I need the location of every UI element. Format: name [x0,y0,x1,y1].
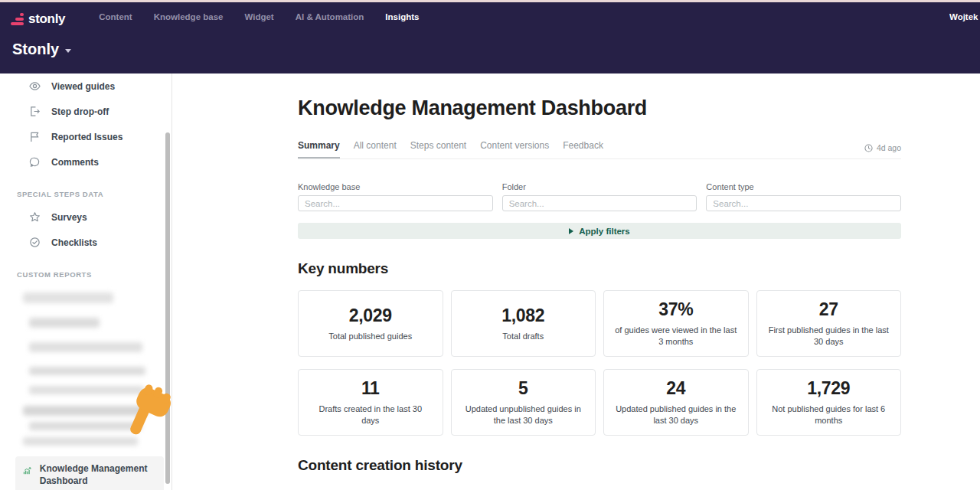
metric-card-first-published: 27 First published guides in the last 30… [756,290,902,357]
tab-summary[interactable]: Summary [298,140,340,158]
workspace-name: Stonly [12,41,59,58]
sidebar-item-checklists[interactable]: Checklists [0,230,172,255]
report-chart-icon [23,465,32,477]
tab-all-content[interactable]: All content [354,140,397,158]
metric-label: Total published guides [328,331,412,342]
metric-value: 2,029 [349,305,392,326]
metric-value: 24 [666,378,685,399]
redacted-report-item[interactable] [29,422,142,430]
sidebar-item-label: Reported Issues [51,132,122,142]
metric-value: 27 [819,299,838,320]
ukraine-flag-icon [67,11,76,17]
sidebar-section-custom-reports: CUSTOM REPORTS [0,255,172,285]
metric-label: of guides were viewed in the last 3 mont… [615,325,737,348]
sidebar-item-label: Comments [51,157,99,168]
metric-label: Total drafts [502,331,544,342]
metric-label: Not published guides for last 6 months [768,403,890,426]
redacted-report-list [0,285,172,446]
redacted-report-item[interactable] [29,318,100,328]
sidebar-item-surveys[interactable]: Surveys [0,204,172,230]
metric-card-drafts-created: 11 Drafts created in the last 30 days [298,369,443,436]
redacted-report-item[interactable] [29,386,144,394]
top-nav: stonly Content Knowledge base Widget AI … [0,2,980,31]
app-header: stonly Content Knowledge base Widget AI … [0,2,980,74]
key-numbers-cards: 2,029 Total published guides 1,082 Total… [298,290,901,436]
brand-name: stonly [28,11,65,27]
sidebar-item-reported-issues[interactable]: Reported Issues [0,124,172,149]
active-report-label: Knowledge Management Dashboard [40,463,156,487]
knowledge-base-search-input[interactable] [298,195,493,211]
sidebar-item-step-drop-off[interactable]: Step drop-off [0,99,172,124]
metric-label: Drafts created in the last 30 days [309,403,432,426]
filter-knowledge-base: Knowledge base [298,182,493,211]
stonly-logo[interactable]: stonly [11,7,76,27]
chevron-down-icon [65,49,71,53]
eye-icon [29,80,41,92]
metric-card-total-published-guides: 2,029 Total published guides [298,290,443,357]
folder-search-input[interactable] [502,195,697,211]
nav-insights[interactable]: Insights [385,12,419,21]
step-exit-icon [29,106,41,117]
filter-content-type: Content type [706,182,901,211]
last-updated: 4d ago [864,143,901,158]
redacted-report-item[interactable] [23,437,138,446]
sidebar-item-label: Surveys [51,212,87,223]
apply-filters-button[interactable]: Apply filters [298,223,901,239]
filter-label: Folder [502,182,697,191]
metric-value: 1,082 [501,305,544,326]
tab-steps-content[interactable]: Steps content [410,140,466,158]
user-menu[interactable]: Wojtek K [949,12,980,21]
sidebar-item-label: Checklists [51,237,97,248]
metric-card-not-published: 1,729 Not published guides for last 6 mo… [756,369,902,436]
sidebar-item-label: Viewed guides [51,81,115,92]
play-triangle-icon [569,228,573,234]
metric-value: 5 [518,378,528,399]
redacted-report-item[interactable] [29,367,145,375]
sidebar-item-label: Step drop-off [51,106,109,117]
sidebar-item-comments[interactable]: Comments [0,149,172,175]
metric-label: First published guides in the last 30 da… [768,325,890,348]
workspace-switcher[interactable]: Stonly [0,31,980,58]
metric-label: Updated published guides in the last 30 … [615,403,737,426]
metric-value: 37% [658,299,693,320]
metric-card-guides-viewed-pct: 37% of guides were viewed in the last 3 … [603,290,749,357]
metric-value: 1,729 [807,378,850,399]
metric-label: Updated unpublished guides in the last 3… [462,403,585,426]
nav-knowledge-base[interactable]: Knowledge base [154,12,224,21]
nav-content[interactable]: Content [99,12,132,21]
content-creation-history-heading: Content creation history [298,457,901,474]
redacted-report-item[interactable] [23,406,147,416]
metric-card-updated-unpublished: 5 Updated unpublished guides in the last… [451,369,596,436]
dashboard-tabs: Summary All content Steps content Conten… [298,140,901,159]
filter-folder: Folder [502,182,697,211]
tab-feedback[interactable]: Feedback [563,140,603,158]
filter-label: Content type [706,182,901,191]
filters-row: Knowledge base Folder Content type [298,182,901,211]
nav-ai-automation[interactable]: AI & Automation [296,12,364,21]
metric-card-total-drafts: 1,082 Total drafts [451,290,596,357]
star-icon [29,211,41,223]
metric-value: 11 [361,378,380,399]
clock-icon [864,144,873,152]
redacted-report-item[interactable] [29,342,142,352]
sidebar-section-special-steps: SPECIAL STEPS DATA [0,175,172,204]
sidebar-item-viewed-guides[interactable]: Viewed guides [0,74,172,99]
comment-icon [29,156,41,168]
redacted-report-item[interactable] [23,292,113,303]
last-updated-text: 4d ago [877,143,901,152]
content-type-search-input[interactable] [706,195,901,211]
sidebar-item-knowledge-management-dashboard[interactable]: Knowledge Management Dashboard [15,456,164,490]
stonly-logo-icon [11,13,24,25]
metric-card-updated-published: 24 Updated published guides in the last … [603,369,749,436]
flag-icon [29,131,41,142]
tab-content-versions[interactable]: Content versions [480,140,549,158]
apply-filters-label: Apply filters [579,227,629,236]
insights-sidebar: Viewed guides Step drop-off Reported Iss… [0,74,172,490]
filter-label: Knowledge base [298,182,493,191]
sidebar-scrollbar[interactable] [165,132,170,484]
nav-widget[interactable]: Widget [244,12,273,21]
page-title: Knowledge Management Dashboard [298,96,901,120]
main-panel: Knowledge Management Dashboard Summary A… [172,74,980,490]
check-circle-icon [29,237,41,248]
key-numbers-heading: Key numbers [298,260,901,277]
